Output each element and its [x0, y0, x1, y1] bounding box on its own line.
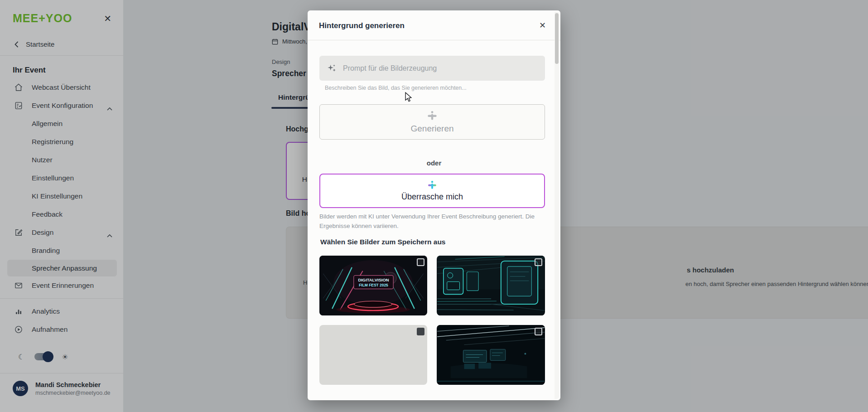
modal-header: Hintergrund generieren ✕ [308, 10, 560, 40]
image-checkbox[interactable] [417, 258, 424, 266]
select-images-heading: Wählen Sie Bilder zum Speichern aus [320, 238, 446, 246]
plus-icon [427, 180, 437, 190]
image-checkbox[interactable] [535, 258, 542, 266]
mouse-cursor [404, 92, 413, 102]
generated-image-futuristic-studio[interactable] [437, 256, 545, 315]
or-separator: oder [308, 159, 560, 167]
generate-button-label: Generieren [410, 124, 453, 134]
prompt-helper-text: Beschreiben Sie das Bild, das Sie generi… [325, 85, 467, 91]
surprise-me-button[interactable]: Überrasche mich [319, 174, 545, 208]
close-icon[interactable]: ✕ [539, 20, 546, 30]
prompt-field[interactable] [319, 56, 545, 81]
scrollbar-thumb[interactable] [555, 13, 559, 64]
generate-background-modal: Hintergrund generieren ✕ Beschreiben Sie… [308, 10, 560, 400]
generated-image-placeholder[interactable] [319, 325, 427, 385]
ai-generation-note: Bilder werden mit KI unter Verwendung Ih… [319, 212, 536, 231]
modal-scrollbar[interactable] [555, 12, 559, 399]
sign-line2: FILM FEST 2025 [359, 283, 388, 287]
image-checkbox[interactable] [535, 328, 542, 335]
generate-button[interactable]: Generieren [319, 104, 545, 140]
sign-line1: DIGITALVISION [358, 277, 389, 282]
generated-image-neon-stage[interactable]: DIGITALVISION FILM FEST 2025 [319, 256, 427, 315]
app-root: MEE+YOO ✕ Startseite Ihr Event Webcast Ü… [0, 0, 868, 412]
prompt-input[interactable] [343, 64, 538, 73]
plus-icon [427, 111, 438, 121]
sparkles-icon [327, 63, 337, 73]
surprise-me-label: Überrasche mich [401, 192, 463, 202]
modal-title: Hintergrund generieren [319, 21, 405, 30]
generated-image-control-room[interactable] [437, 325, 545, 385]
image-checkbox[interactable] [417, 328, 424, 335]
